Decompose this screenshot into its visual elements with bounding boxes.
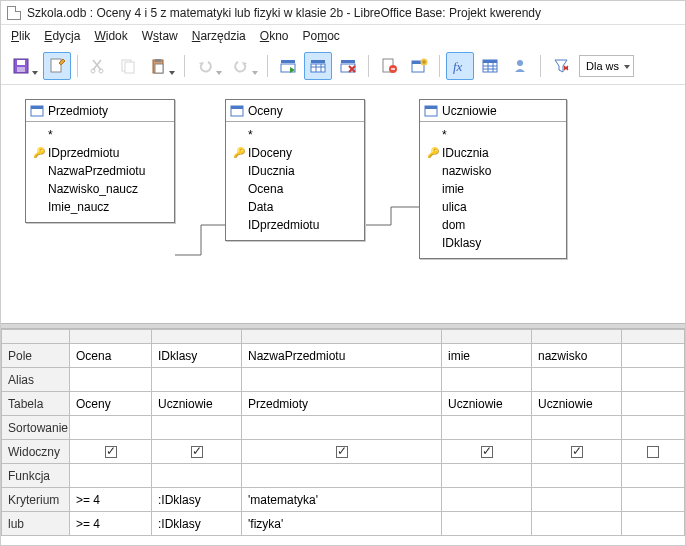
row-label-criterion[interactable]: Kryterium [2, 488, 70, 512]
functions-button[interactable]: fx [446, 52, 474, 80]
checkbox-icon[interactable] [481, 446, 493, 458]
field-item[interactable]: Nazwisko_naucz [34, 180, 168, 198]
cell-or[interactable]: 'fizyka' [242, 512, 442, 536]
menu-edit[interactable]: Edycja [44, 29, 80, 43]
relations-canvas[interactable]: Przedmioty * 🔑IDprzedmiotu NazwaPrzedmio… [1, 85, 685, 323]
undo-button[interactable] [191, 52, 225, 80]
cell-field[interactable]: IDklasy [152, 344, 242, 368]
table-oceny[interactable]: Oceny * 🔑IDoceny IDucznia Ocena Data IDp… [225, 99, 365, 241]
field-item[interactable]: IDprzedmiotu [234, 216, 358, 234]
cell-criterion[interactable] [532, 488, 622, 512]
field-item[interactable]: 🔑IDoceny [234, 144, 358, 162]
field-item[interactable]: 🔑IDprzedmiotu [34, 144, 168, 162]
cell-or[interactable] [532, 512, 622, 536]
field-item[interactable]: nazwisko [428, 162, 560, 180]
cell-visible[interactable] [532, 440, 622, 464]
table-uczniowie[interactable]: Uczniowie * 🔑IDucznia nazwisko imie ulic… [419, 99, 567, 259]
col-header[interactable] [70, 330, 152, 344]
checkbox-icon[interactable] [647, 446, 659, 458]
svg-rect-14 [311, 64, 325, 72]
field-item[interactable]: IDklasy [428, 234, 560, 252]
checkbox-icon[interactable] [571, 446, 583, 458]
field-item[interactable]: Data [234, 198, 358, 216]
cell-table[interactable]: Uczniowie [152, 392, 242, 416]
cell-field[interactable] [622, 344, 685, 368]
redo-button[interactable] [227, 52, 261, 80]
table-przedmioty[interactable]: Przedmioty * 🔑IDprzedmiotu NazwaPrzedmio… [25, 99, 175, 223]
cell-visible[interactable] [242, 440, 442, 464]
checkbox-icon[interactable] [105, 446, 117, 458]
field-item[interactable]: IDucznia [234, 162, 358, 180]
row-label-function[interactable]: Funkcja [2, 464, 70, 488]
col-header[interactable] [622, 330, 685, 344]
cell-criterion[interactable]: 'matematyka' [242, 488, 442, 512]
cell-or[interactable]: :IDklasy [152, 512, 242, 536]
delete-button[interactable] [375, 52, 403, 80]
col-header[interactable] [532, 330, 622, 344]
table-header[interactable]: Oceny [226, 100, 364, 122]
field-item[interactable]: imie [428, 180, 560, 198]
col-header[interactable] [242, 330, 442, 344]
cell-alias[interactable] [70, 368, 152, 392]
limit-dropdown[interactable]: Dla ws [579, 55, 634, 77]
menu-file[interactable]: Plik [11, 29, 30, 43]
cell-or[interactable] [442, 512, 532, 536]
row-label-field[interactable]: Pole [2, 344, 70, 368]
field-item[interactable]: Ocena [234, 180, 358, 198]
field-star[interactable]: * [234, 126, 358, 144]
row-label-or[interactable]: lub [2, 512, 70, 536]
criteria-table[interactable]: Pole Ocena IDklasy NazwaPrzedmiotu imie … [1, 329, 685, 536]
cell-table[interactable]: Oceny [70, 392, 152, 416]
cell-table[interactable]: Przedmioty [242, 392, 442, 416]
cell-field[interactable]: NazwaPrzedmiotu [242, 344, 442, 368]
row-label-table[interactable]: Tabela [2, 392, 70, 416]
menu-tools[interactable]: Narzędzia [192, 29, 246, 43]
cell-criterion[interactable] [442, 488, 532, 512]
distinct-values-button[interactable] [547, 52, 575, 80]
cell-field[interactable]: nazwisko [532, 344, 622, 368]
design-view-button[interactable] [304, 52, 332, 80]
add-table-button[interactable] [405, 52, 433, 80]
cell-visible[interactable] [70, 440, 152, 464]
corner-cell[interactable] [2, 330, 70, 344]
cell-table[interactable]: Uczniowie [442, 392, 532, 416]
alias-button[interactable] [506, 52, 534, 80]
cell-field[interactable]: imie [442, 344, 532, 368]
field-item[interactable]: 🔑IDucznia [428, 144, 560, 162]
cell-visible[interactable] [152, 440, 242, 464]
run-query-button[interactable] [274, 52, 302, 80]
cell-table[interactable]: Uczniowie [532, 392, 622, 416]
row-label-visible[interactable]: Widoczny [2, 440, 70, 464]
menu-help[interactable]: Pomoc [302, 29, 339, 43]
save-button[interactable] [7, 52, 41, 80]
field-star[interactable]: * [428, 126, 560, 144]
clear-query-button[interactable] [334, 52, 362, 80]
field-item[interactable]: NazwaPrzedmiotu [34, 162, 168, 180]
paste-button[interactable] [144, 52, 178, 80]
field-star[interactable]: * [34, 126, 168, 144]
cut-button[interactable] [84, 52, 112, 80]
checkbox-icon[interactable] [191, 446, 203, 458]
col-header[interactable] [152, 330, 242, 344]
cell-criterion[interactable]: >= 4 [70, 488, 152, 512]
edit-mode-button[interactable] [43, 52, 71, 80]
field-item[interactable]: Imie_naucz [34, 198, 168, 216]
table-header[interactable]: Uczniowie [420, 100, 566, 122]
field-item[interactable]: ulica [428, 198, 560, 216]
cell-or[interactable]: >= 4 [70, 512, 152, 536]
svg-rect-18 [341, 60, 355, 63]
menu-window[interactable]: Okno [260, 29, 289, 43]
table-names-button[interactable] [476, 52, 504, 80]
copy-button[interactable] [114, 52, 142, 80]
menu-view[interactable]: Widok [94, 29, 127, 43]
cell-visible[interactable] [442, 440, 532, 464]
cell-criterion[interactable]: :IDklasy [152, 488, 242, 512]
col-header[interactable] [442, 330, 532, 344]
field-item[interactable]: dom [428, 216, 560, 234]
row-label-alias[interactable]: Alias [2, 368, 70, 392]
cell-field[interactable]: Ocena [70, 344, 152, 368]
menu-insert[interactable]: Wstaw [142, 29, 178, 43]
row-label-sort[interactable]: Sortowanie [2, 416, 70, 440]
cell-visible[interactable] [622, 440, 685, 464]
table-header[interactable]: Przedmioty [26, 100, 174, 122]
